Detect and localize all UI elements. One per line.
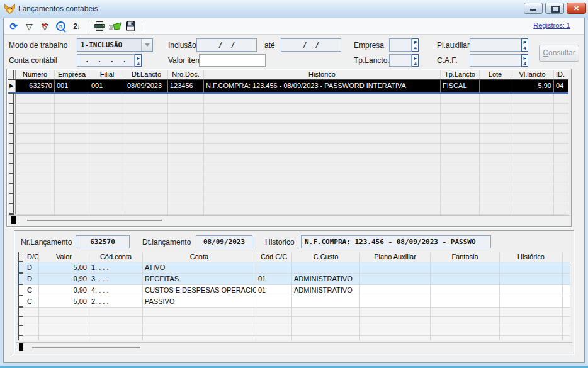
- grid-cell[interactable]: [204, 174, 441, 184]
- grid-cell[interactable]: [89, 164, 125, 174]
- grid-cell[interactable]: [441, 184, 480, 194]
- grid-cell[interactable]: [360, 262, 431, 273]
- grid-cell[interactable]: [500, 308, 563, 316]
- grid-cell[interactable]: D: [25, 274, 39, 284]
- grid-cell[interactable]: [480, 104, 511, 113]
- filter-icon[interactable]: ▽: [23, 20, 36, 33]
- column-header[interactable]: Vl.lancto: [511, 70, 554, 79]
- table-row[interactable]: [8, 194, 568, 204]
- grid-cell[interactable]: [125, 114, 168, 123]
- table-row[interactable]: [8, 134, 568, 144]
- grid-cell[interactable]: [89, 144, 125, 153]
- grid-cell[interactable]: [500, 285, 563, 296]
- column-header[interactable]: Empresa: [55, 70, 89, 79]
- find-icon[interactable]: n: [54, 20, 67, 33]
- conta-f4-button[interactable]: F4: [135, 54, 142, 67]
- grid-cell[interactable]: [500, 317, 563, 326]
- table-row[interactable]: [18, 317, 570, 326]
- grid-cell[interactable]: 4. . . .: [89, 285, 143, 296]
- table-row[interactable]: ▶63257000100108/09/2023123456N.F.COMPRA:…: [8, 80, 568, 94]
- grid-cell[interactable]: [55, 194, 89, 204]
- row-selector[interactable]: [8, 144, 16, 153]
- grid-cell[interactable]: [204, 94, 441, 103]
- grid-cell[interactable]: [511, 124, 554, 133]
- column-header[interactable]: Cód.conta: [89, 252, 143, 262]
- grid-cell[interactable]: [16, 144, 55, 153]
- column-header[interactable]: Filial: [89, 70, 125, 79]
- grid-cell[interactable]: [554, 154, 565, 164]
- grid-cell[interactable]: [511, 144, 554, 153]
- grid-cell[interactable]: [431, 285, 500, 296]
- table-row[interactable]: D5,001. . . .ATIVO: [18, 262, 570, 274]
- grid-cell[interactable]: [16, 174, 55, 184]
- grid-cell[interactable]: [89, 114, 125, 123]
- grid-cell[interactable]: [39, 326, 89, 335]
- grid-cell[interactable]: [292, 326, 360, 335]
- table-row[interactable]: [8, 154, 568, 164]
- grid-cell[interactable]: 08/09/2023: [125, 80, 168, 92]
- grid-cell[interactable]: 5,00: [39, 296, 89, 307]
- grid-cell[interactable]: 2. . . .: [89, 296, 143, 307]
- grid-cell[interactable]: [511, 204, 554, 214]
- grid-cell[interactable]: 123456: [168, 80, 204, 92]
- grid-cell[interactable]: [168, 124, 204, 133]
- grid-cell[interactable]: [431, 336, 500, 340]
- row-selector[interactable]: [18, 296, 25, 307]
- grid-cell[interactable]: [360, 296, 431, 307]
- grid-cell[interactable]: [511, 174, 554, 184]
- table-row[interactable]: [8, 174, 568, 184]
- save-icon[interactable]: [124, 20, 137, 33]
- grid-cell[interactable]: [511, 114, 554, 123]
- maximize-button[interactable]: [545, 3, 564, 14]
- row-selector[interactable]: [8, 194, 16, 204]
- grid-cell[interactable]: [168, 114, 204, 123]
- grid-cell[interactable]: [480, 134, 511, 143]
- grid-cell[interactable]: [39, 317, 89, 326]
- table-row[interactable]: [8, 104, 568, 114]
- titlebar[interactable]: Lançamentos contábeis ✕: [0, 0, 588, 18]
- table-row[interactable]: C5,002. . . .PASSIVO: [18, 296, 570, 308]
- grid-cell[interactable]: [55, 204, 89, 214]
- grid-cell[interactable]: [204, 144, 441, 153]
- grid-cell[interactable]: [55, 124, 89, 133]
- conta-contabil-field[interactable]: . . . .: [77, 54, 135, 67]
- row-selector[interactable]: [18, 262, 25, 273]
- grid-cell[interactable]: [168, 174, 204, 184]
- valor-item-field[interactable]: [199, 54, 266, 67]
- grid-cell[interactable]: [16, 134, 55, 143]
- grid-cell[interactable]: [554, 134, 565, 143]
- scrollbar-track[interactable]: [27, 220, 162, 221]
- grid-cell[interactable]: [292, 262, 360, 273]
- grid-cell[interactable]: [360, 326, 431, 335]
- grid-cell[interactable]: [441, 164, 480, 174]
- table-row[interactable]: [18, 308, 570, 317]
- grid-cell[interactable]: [441, 204, 480, 214]
- grid-cell[interactable]: [480, 174, 511, 184]
- pl-auxiliar-field[interactable]: [470, 38, 521, 52]
- row-selector[interactable]: [8, 204, 16, 214]
- pl-auxiliar-f4-button[interactable]: F4: [521, 38, 528, 52]
- grid-cell[interactable]: 01: [256, 285, 292, 296]
- grid-cell[interactable]: [168, 184, 204, 194]
- grid-cell[interactable]: [125, 144, 168, 153]
- sort-icon[interactable]: 2↓: [70, 20, 83, 33]
- grid-cell[interactable]: [204, 114, 441, 123]
- grid-cell[interactable]: [16, 194, 55, 204]
- grid-cell[interactable]: [480, 124, 511, 133]
- grid-cell[interactable]: [554, 144, 565, 153]
- column-header[interactable]: Historico: [204, 70, 441, 79]
- grid-cell[interactable]: [89, 184, 125, 194]
- grid-cell[interactable]: [16, 124, 55, 133]
- grid-cell[interactable]: [511, 194, 554, 204]
- grid-cell[interactable]: [292, 296, 360, 307]
- grid-cell[interactable]: [89, 94, 125, 103]
- grid-cell[interactable]: [431, 308, 500, 316]
- column-header[interactable]: Cód.C/C: [256, 252, 292, 262]
- grid-cell[interactable]: [143, 317, 256, 326]
- row-selector[interactable]: [18, 308, 25, 316]
- grid-cell[interactable]: [16, 114, 55, 123]
- send-icon[interactable]: [108, 20, 122, 33]
- table-row[interactable]: [18, 326, 570, 336]
- grid-cell[interactable]: [204, 124, 441, 133]
- row-selector[interactable]: [8, 154, 16, 164]
